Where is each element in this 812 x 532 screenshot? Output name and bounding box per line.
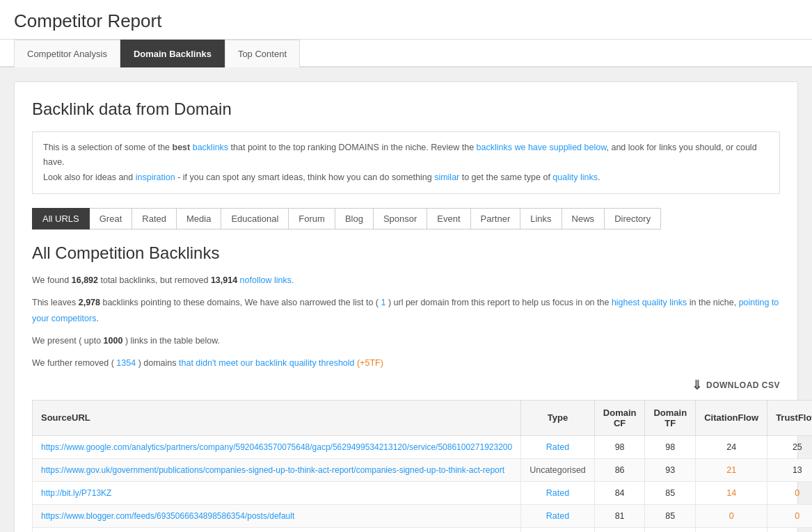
download-icon: ⇓ xyxy=(692,378,703,393)
cell-domain-tf: 85 xyxy=(645,481,696,504)
cell-domain-tf: 93 xyxy=(645,458,696,481)
table-header-row: SourceURL Type Domain CF Domain TF Citat… xyxy=(33,400,813,435)
table-row: http://bit.ly/P713KZ Rated 84 85 14 0 xyxy=(33,481,813,504)
filter-great[interactable]: Great xyxy=(89,208,133,229)
col-type: Type xyxy=(521,400,595,435)
url-link[interactable]: http://bit.ly/P713KZ xyxy=(41,488,111,498)
cell-domain-tf: 82 xyxy=(645,527,696,532)
info-line2: Look also for ideas and inspiration - if… xyxy=(43,170,769,185)
cell-citation-flow: 0 xyxy=(696,504,767,527)
table-row: https://www.gov.uk/government/publicatio… xyxy=(33,458,813,481)
filter-all-urls[interactable]: All URLS xyxy=(32,208,90,229)
filter-sponsor[interactable]: Sponsor xyxy=(373,208,427,229)
filter-rated[interactable]: Rated xyxy=(132,208,177,229)
backlinks-title: All Competition Backlinks xyxy=(32,243,780,263)
cell-citation-flow: 21 xyxy=(696,458,767,481)
col-domain-tf: Domain TF xyxy=(645,400,696,435)
info-line1: This is a selection of some of the best … xyxy=(43,140,769,170)
cell-type: Rated xyxy=(521,481,595,504)
content-card: Backlink data from Domain This is a sele… xyxy=(14,81,798,532)
cell-domain-cf: 80 xyxy=(594,527,645,532)
stats-line2: This leaves 2,978 backlinks pointing to … xyxy=(32,295,780,328)
cell-domain-tf: 85 xyxy=(645,504,696,527)
stats-line1: We found 16,892 total backlinks, but rem… xyxy=(32,273,780,289)
cell-url: https://www.forbes.com/sites/johnrampton… xyxy=(33,527,521,532)
cell-domain-cf: 86 xyxy=(594,458,645,481)
cell-trust-flow: 0 xyxy=(767,504,812,527)
tab-domain-backlinks[interactable]: Domain Backlinks xyxy=(120,40,225,67)
filter-news[interactable]: News xyxy=(562,208,605,229)
cell-trust-flow: 25 xyxy=(767,435,812,458)
url-link[interactable]: https://www.blogger.com/feeds/6935066634… xyxy=(41,511,294,521)
section-heading: Backlink data from Domain xyxy=(32,99,780,119)
cell-url: https://www.google.com/analytics/partner… xyxy=(33,435,521,458)
url-link[interactable]: https://www.gov.uk/government/publicatio… xyxy=(41,465,504,475)
cell-type: Rated xyxy=(521,504,595,527)
col-source-url: SourceURL xyxy=(33,400,521,435)
cell-type: Uncategorised xyxy=(521,458,595,481)
info-box: This is a selection of some of the best … xyxy=(32,131,780,194)
backlinks-table: SourceURL Type Domain CF Domain TF Citat… xyxy=(32,400,812,533)
cell-trust-flow: 9 xyxy=(767,527,812,532)
filter-links[interactable]: Links xyxy=(520,208,562,229)
col-trust-flow: TrustFlow xyxy=(767,400,812,435)
cell-domain-cf: 98 xyxy=(594,435,645,458)
cell-domain-cf: 84 xyxy=(594,481,645,504)
page-title: Competitor Report xyxy=(14,10,798,32)
download-csv-button[interactable]: ⇓ DOWNLOAD CSV xyxy=(692,378,781,393)
cell-domain-cf: 81 xyxy=(594,504,645,527)
filter-blog[interactable]: Blog xyxy=(335,208,374,229)
cell-type: Rated xyxy=(521,527,595,532)
filter-event[interactable]: Event xyxy=(427,208,470,229)
filter-tabs: All URLS Great Rated Media Educational F… xyxy=(32,208,780,229)
stats-line3: We present ( upto 1000 ) links in the ta… xyxy=(32,333,780,350)
cell-url: http://bit.ly/P713KZ xyxy=(33,481,521,504)
main-content: Backlink data from Domain This is a sele… xyxy=(0,67,812,532)
cell-trust-flow: 0 xyxy=(767,481,812,504)
col-citation-flow: CitationFlow xyxy=(696,400,767,435)
col-domain-cf: Domain CF xyxy=(594,400,645,435)
table-row: https://www.google.com/analytics/partner… xyxy=(33,435,813,458)
tab-competitor-analysis[interactable]: Competitor Analysis xyxy=(14,40,120,67)
filter-educational[interactable]: Educational xyxy=(221,208,289,229)
page-header: Competitor Report Competitor Analysis Do… xyxy=(0,0,812,67)
cell-citation-flow: 24 xyxy=(696,435,767,458)
filter-directory[interactable]: Directory xyxy=(604,208,661,229)
cell-url: https://www.blogger.com/feeds/6935066634… xyxy=(33,504,521,527)
cell-url: https://www.gov.uk/government/publicatio… xyxy=(33,458,521,481)
filter-forum[interactable]: Forum xyxy=(288,208,335,229)
tabs-navigation: Competitor Analysis Domain Backlinks Top… xyxy=(0,40,812,67)
filter-partner[interactable]: Partner xyxy=(470,208,521,229)
cell-trust-flow: 13 xyxy=(767,458,812,481)
table-row: https://www.forbes.com/sites/johnrampton… xyxy=(33,527,813,532)
url-link[interactable]: https://www.google.com/analytics/partner… xyxy=(41,442,512,452)
cell-type: Rated xyxy=(521,435,595,458)
table-row: https://www.blogger.com/feeds/6935066634… xyxy=(33,504,813,527)
filter-media[interactable]: Media xyxy=(176,208,221,229)
cell-citation-flow: 26 xyxy=(696,527,767,532)
download-area: ⇓ DOWNLOAD CSV xyxy=(32,378,780,393)
cell-domain-tf: 98 xyxy=(645,435,696,458)
tab-top-content[interactable]: Top Content xyxy=(225,40,300,67)
cell-citation-flow: 14 xyxy=(696,481,767,504)
stats-line4: We further removed ( 1354 ) domains that… xyxy=(32,355,780,372)
